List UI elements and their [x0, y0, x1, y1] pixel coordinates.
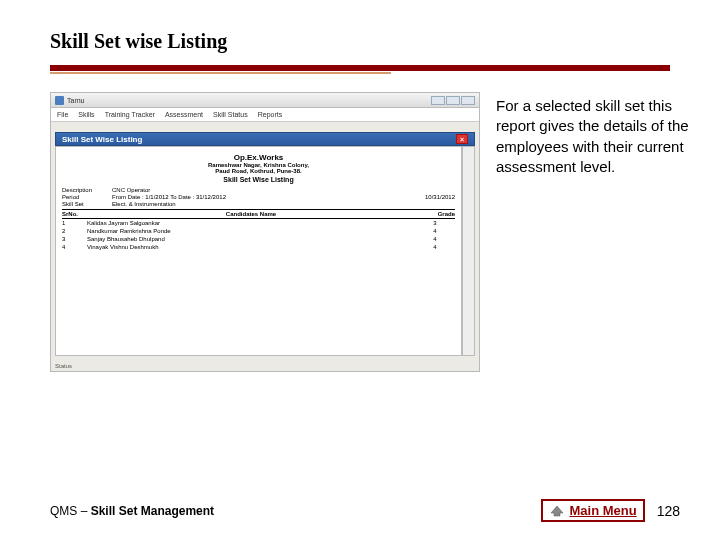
content-row: Tarnu File Skills Training Tracker Asses… — [0, 84, 720, 372]
app-icon — [55, 96, 64, 105]
footer-text: QMS – Skill Set Management — [50, 504, 214, 518]
window-titlebar: Tarnu — [51, 93, 479, 108]
cell-name: Kalidas Jayram Salgoankar — [87, 220, 415, 226]
col-grade: Grade — [415, 211, 455, 217]
footer-strong: Skill Set Management — [91, 504, 214, 518]
child-window-title: Skill Set Wise Listing — [62, 135, 142, 144]
report-date: 10/31/2012 — [425, 194, 455, 200]
table-header: SrNo. Candidates Name Grade — [62, 209, 455, 219]
cell-sr: 2 — [62, 228, 87, 234]
minimize-button[interactable] — [431, 96, 445, 105]
meta-label: Description — [62, 187, 112, 193]
footer-prefix: QMS – — [50, 504, 91, 518]
vertical-scrollbar[interactable] — [462, 146, 475, 356]
cell-name: Sanjay Bhausaheb Dhulpand — [87, 236, 415, 242]
company-name: Op.Ex.Works — [62, 153, 455, 162]
menu-item[interactable]: Skills — [78, 111, 94, 118]
meta-row: Description CNC Operator — [62, 187, 455, 193]
report-viewer: Op.Ex.Works Rameshwar Nagar, Krishna Col… — [55, 146, 475, 356]
menu-item[interactable]: File — [57, 111, 68, 118]
child-window-titlebar: Skill Set Wise Listing × — [55, 132, 475, 146]
col-name: Candidates Name — [87, 211, 415, 217]
meta-row: Skill Set Elect. & Instrumentation — [62, 201, 455, 207]
menu-item[interactable]: Reports — [258, 111, 283, 118]
close-button[interactable] — [461, 96, 475, 105]
cell-name: Nandkumar Ramkrishna Ponde — [87, 228, 415, 234]
report-page: Op.Ex.Works Rameshwar Nagar, Krishna Col… — [55, 146, 462, 356]
address-line: Paud Road, Kothrud, Pune-38. — [62, 168, 455, 174]
main-menu-label: Main Menu — [569, 503, 636, 518]
cell-sr: 4 — [62, 244, 87, 250]
arrow-up-icon — [549, 505, 565, 517]
description-text: For a selected skill set this report giv… — [496, 92, 690, 177]
table-row: 4 Vinayak Vishnu Deshmukh 4 — [62, 243, 455, 251]
meta-value: CNC Operator — [112, 187, 150, 193]
menu-item[interactable]: Skill Status — [213, 111, 248, 118]
slide: Skill Set wise Listing Tarnu File Skills… — [0, 0, 720, 540]
table-row: 3 Sanjay Bhausaheb Dhulpand 4 — [62, 235, 455, 243]
cell-grade: 3 — [415, 220, 455, 226]
main-menu-button[interactable]: Main Menu — [541, 499, 644, 522]
title-area: Skill Set wise Listing — [0, 0, 720, 59]
table-row: 1 Kalidas Jayram Salgoankar 3 — [62, 219, 455, 227]
footer: QMS – Skill Set Management Main Menu 128 — [50, 499, 680, 522]
report-title: Skill Set Wise Listing — [62, 176, 455, 183]
cell-grade: 4 — [415, 244, 455, 250]
menu-bar: File Skills Training Tracker Assessment … — [51, 108, 479, 122]
meta-row: Period From Date : 1/1/2012 To Date : 31… — [62, 194, 455, 200]
child-close-button[interactable]: × — [456, 134, 468, 144]
cell-sr: 1 — [62, 220, 87, 226]
page-number: 128 — [657, 503, 680, 519]
embedded-screenshot: Tarnu File Skills Training Tracker Asses… — [50, 92, 480, 372]
maximize-button[interactable] — [446, 96, 460, 105]
table-row: 2 Nandkumar Ramkrishna Ponde 4 — [62, 227, 455, 235]
meta-label: Skill Set — [62, 201, 112, 207]
title-underline — [50, 65, 670, 74]
cell-grade: 4 — [415, 236, 455, 242]
col-sr: SrNo. — [62, 211, 87, 217]
meta-value: Elect. & Instrumentation — [112, 201, 176, 207]
cell-name: Vinayak Vishnu Deshmukh — [87, 244, 415, 250]
window-buttons — [431, 96, 475, 105]
menu-item[interactable]: Training Tracker — [105, 111, 155, 118]
page-title: Skill Set wise Listing — [50, 30, 670, 53]
cell-grade: 4 — [415, 228, 455, 234]
meta-label: Period — [62, 194, 112, 200]
menu-item[interactable]: Assessment — [165, 111, 203, 118]
window-title: Tarnu — [67, 97, 85, 104]
status-bar: Status — [51, 363, 479, 371]
cell-sr: 3 — [62, 236, 87, 242]
meta-value: From Date : 1/1/2012 To Date : 31/12/201… — [112, 194, 226, 200]
